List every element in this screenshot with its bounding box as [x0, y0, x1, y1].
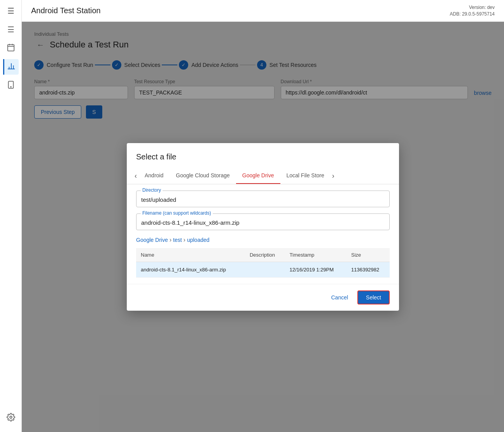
breadcrumb-part-1[interactable]: test — [173, 237, 182, 243]
device-icon — [7, 80, 15, 91]
tab-gcs[interactable]: Google Cloud Storage — [170, 168, 236, 184]
cell-description — [245, 262, 285, 278]
version-line2: ADB: 29.0.5-5975714 — [450, 11, 495, 17]
col-size: Size — [346, 248, 390, 262]
directory-field: Directory — [136, 191, 390, 207]
tabs-bar: ‹ Android Google Cloud Storage Google Dr… — [127, 168, 399, 184]
chevron-icon-1: › — [170, 236, 172, 243]
cancel-button[interactable]: Cancel — [325, 291, 354, 304]
cell-size: 1136392982 — [346, 262, 390, 278]
page-content: Individual Tests ← Schedule a Test Run ✓… — [22, 22, 504, 432]
list-icon: ☰ — [7, 25, 14, 34]
version-line1: Version: dev — [450, 4, 495, 11]
dialog-title: Select a file — [127, 143, 399, 168]
directory-input[interactable] — [136, 191, 390, 207]
chart-icon — [7, 62, 16, 72]
file-table: Name Description Timestamp Size android-… — [136, 248, 390, 278]
sidebar-item-settings[interactable] — [3, 410, 19, 426]
svg-rect-0 — [7, 44, 14, 51]
sidebar-item-results[interactable] — [3, 59, 19, 75]
svg-point-9 — [10, 86, 11, 87]
filename-field: Filename (can support wildcards) — [136, 213, 390, 230]
tab-local[interactable]: Local File Store — [280, 168, 331, 184]
calendar-icon — [7, 43, 15, 54]
tab-android[interactable]: Android — [138, 168, 170, 184]
gear-icon — [7, 413, 15, 423]
table-header-row: Name Description Timestamp Size — [136, 248, 390, 262]
svg-point-10 — [10, 416, 12, 418]
breadcrumb-root[interactable]: Google Drive — [136, 237, 168, 243]
directory-label: Directory — [141, 187, 163, 193]
hamburger-icon: ☰ — [7, 6, 14, 16]
sidebar-item-tests[interactable]: ☰ — [3, 22, 19, 37]
file-breadcrumb: Google Drive › test › uploaded — [136, 236, 390, 243]
sidebar: ☰ ☰ — [0, 0, 22, 432]
chevron-icon-2: › — [184, 236, 186, 243]
col-description: Description — [245, 248, 285, 262]
sidebar-item-calendar[interactable] — [3, 40, 19, 56]
topbar: Android Test Station Version: dev ADB: 2… — [22, 0, 504, 22]
sidebar-item-devices[interactable] — [3, 78, 19, 93]
select-button[interactable]: Select — [357, 290, 390, 304]
tab-gdrive[interactable]: Google Drive — [236, 168, 280, 184]
file-dialog-overlay: Select a file ‹ Android Google Cloud Sto… — [22, 22, 504, 432]
filename-label: Filename (can support wildcards) — [141, 210, 213, 216]
col-name: Name — [136, 248, 245, 262]
file-dialog: Select a file ‹ Android Google Cloud Sto… — [127, 143, 399, 311]
tab-prev-button[interactable]: ‹ — [133, 169, 138, 183]
dialog-footer: Cancel Select — [127, 284, 399, 311]
filename-input[interactable] — [136, 213, 390, 230]
cell-timestamp: 12/16/2019 1:29PM — [285, 262, 346, 278]
cell-name: android-cts-8.1_r14-linux_x86-arm.zip — [136, 262, 245, 278]
version-info: Version: dev ADB: 29.0.5-5975714 — [450, 4, 495, 17]
breadcrumb-current: uploaded — [187, 237, 210, 243]
table-row[interactable]: android-cts-8.1_r14-linux_x86-arm.zip 12… — [136, 262, 390, 278]
tab-next-button[interactable]: › — [331, 169, 336, 183]
dialog-body: Directory Filename (can support wildcard… — [127, 184, 399, 284]
col-timestamp: Timestamp — [285, 248, 346, 262]
app-title: Android Test Station — [31, 6, 101, 15]
sidebar-item-menu[interactable]: ☰ — [3, 3, 19, 19]
main-content: Android Test Station Version: dev ADB: 2… — [22, 0, 504, 432]
